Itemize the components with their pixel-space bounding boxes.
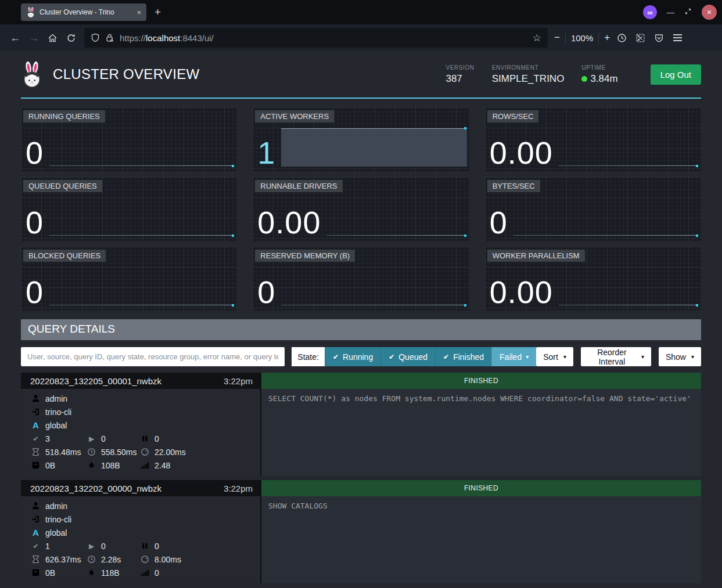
query-splits-row: ✔1 ▶0 0	[31, 539, 260, 553]
query-time: 3:22pm	[224, 376, 253, 386]
user-icon	[31, 394, 40, 403]
zoom-level[interactable]: 100%	[571, 33, 593, 43]
home-button[interactable]	[43, 28, 62, 47]
scale-icon	[31, 461, 40, 470]
logout-button[interactable]: Log Out	[651, 64, 701, 85]
header-meta: VERSION 387 ENVIRONMENT SIMPLE_TRINO UPT…	[446, 64, 701, 85]
environment-value: SIMPLE_TRINO	[492, 73, 565, 85]
screenshot-icon[interactable]	[631, 28, 649, 47]
sparkline	[49, 181, 235, 237]
divider	[598, 33, 599, 43]
new-tab-button[interactable]: +	[155, 6, 161, 19]
url-bar[interactable]: https://localhost:8443/ui/ ☆	[84, 28, 548, 48]
query-time: 3:22pm	[224, 484, 253, 493]
query-state-badge: FINISHED	[260, 480, 701, 496]
restore-button[interactable]	[684, 7, 692, 17]
sign-in-icon	[31, 407, 40, 416]
query-source-row: trino-cli	[31, 405, 260, 419]
cluster-overview-page: CLUSTER OVERVIEW VERSION 387 ENVIRONMENT…	[0, 51, 722, 583]
filter-queued-button[interactable]: ✔ Queued	[380, 347, 435, 366]
show-dropdown[interactable]: Show ▾	[659, 347, 701, 366]
reorder-interval-dropdown[interactable]: Reorder Interval ▾	[581, 347, 651, 366]
query-card-header: 20220823_132205_00001_nwbzk 3:22pm FINIS…	[21, 373, 701, 389]
query-id-bar: 20220823_132205_00001_nwbzk 3:22pm	[21, 373, 260, 389]
lock-warning-icon[interactable]	[105, 33, 114, 42]
resource-group-icon: A	[31, 420, 40, 430]
browser-toolbar: ← → https://localhost:8443/ui/ ☆ − 100% …	[0, 24, 722, 51]
close-window-button[interactable]: ×	[702, 5, 717, 20]
query-source-row: trino-cli	[31, 513, 260, 526]
stat-panel-running-queries: RUNNING QUERIES 0	[21, 107, 237, 171]
hourglass-icon	[31, 448, 40, 456]
sparkline	[326, 181, 466, 237]
uptime-value: 3.84m	[581, 73, 617, 85]
check-icon: ✔	[333, 353, 339, 361]
zoom-in-button[interactable]: +	[604, 32, 610, 44]
minimize-button[interactable]: —	[667, 8, 674, 17]
shield-icon[interactable]	[91, 33, 100, 42]
query-card: 20220823_132202_00000_nwbzk 3:22pm FINIS…	[21, 480, 701, 583]
browser-tab-bar: Cluster Overview - Trino × + ∞ — ×	[0, 0, 722, 24]
query-filter-row: State: ✔ Running ✔ Queued ✔ Finished Fai…	[21, 347, 701, 366]
filter-finished-button[interactable]: ✔ Finished	[435, 347, 491, 366]
hourglass-icon	[31, 555, 40, 564]
menu-button[interactable]	[668, 28, 687, 47]
tab-close-icon[interactable]: ×	[137, 8, 141, 17]
clock-icon	[87, 448, 96, 456]
filter-running-button[interactable]: ✔ Running	[325, 347, 380, 366]
query-sql-text: SHOW CATALOGS	[260, 496, 701, 583]
query-id-link[interactable]: 20220823_132202_00000_nwbzk	[30, 484, 161, 493]
query-memory-row: 0B 108B 2.48	[31, 459, 260, 472]
state-label: State:	[292, 347, 325, 366]
query-info-column: admin trino-cli A global ✔3 ▶0 0 518.48m…	[21, 389, 260, 476]
url-text: https://localhost:8443/ui/	[120, 33, 214, 43]
history-icon[interactable]	[612, 28, 631, 47]
uptime-meta: UPTIME 3.84m	[581, 64, 617, 85]
bookmark-star-icon[interactable]: ☆	[533, 32, 541, 44]
sparkline	[513, 181, 699, 237]
app-header: CLUSTER OVERVIEW VERSION 387 ENVIRONMENT…	[21, 51, 701, 99]
query-id-link[interactable]: 20220823_132205_00001_nwbzk	[30, 376, 161, 386]
zoom-controls: − 100% +	[554, 32, 610, 44]
stat-panel-worker-parallelism: WORKER PARALLELISM 0.00	[485, 247, 701, 311]
pocket-shield-icon[interactable]	[649, 28, 668, 47]
gauge-icon	[141, 448, 149, 456]
query-resource-group-row: A global	[31, 419, 260, 432]
query-user-row: admin	[31, 499, 260, 513]
reload-button[interactable]	[62, 28, 80, 47]
query-card-header: 20220823_132202_00000_nwbzk 3:22pm FINIS…	[21, 480, 701, 496]
chevron-down-icon: ▾	[563, 353, 566, 360]
forward-button[interactable]: →	[24, 28, 43, 47]
back-button[interactable]: ←	[6, 28, 24, 47]
check-icon: ✔	[443, 353, 449, 361]
query-search-input[interactable]	[21, 347, 285, 366]
stat-panel-runnable-drivers: RUNNABLE DRIVERS 0.00	[253, 177, 469, 241]
browser-tab[interactable]: Cluster Overview - Trino ×	[21, 3, 146, 21]
zoom-out-button[interactable]: −	[554, 32, 560, 44]
chevron-down-icon: ▾	[691, 353, 694, 360]
query-card-body: admin trino-cli A global ✔3 ▶0 0 518.48m…	[21, 389, 701, 476]
chevron-down-icon: ▾	[641, 353, 644, 360]
environment-label: ENVIRONMENT	[492, 64, 565, 71]
version-meta: VERSION 387	[446, 64, 474, 85]
gauge-icon	[141, 555, 149, 564]
pause-icon	[141, 542, 149, 550]
tab-title: Cluster Overview - Trino	[39, 8, 114, 16]
play-icon: ▶	[87, 542, 96, 550]
query-times-row: 626.37ms 2.28s 8.00ms	[31, 553, 260, 566]
version-label: VERSION	[446, 64, 474, 71]
bars-icon	[141, 461, 149, 470]
query-sql-text: SELECT COUNT(*) as nodes FROM system.run…	[260, 389, 701, 476]
flame-icon	[87, 568, 96, 577]
query-state-badge: FINISHED	[260, 373, 701, 389]
query-times-row: 518.48ms 558.50ms 22.00ms	[31, 445, 260, 459]
query-card: 20220823_132205_00001_nwbzk 3:22pm FINIS…	[21, 373, 701, 476]
stat-panel-queued-queries: QUEUED QUERIES 0	[21, 177, 237, 241]
sort-dropdown[interactable]: Sort ▾	[536, 347, 573, 366]
query-id-bar: 20220823_132202_00000_nwbzk 3:22pm	[21, 480, 260, 496]
user-icon	[31, 502, 40, 510]
sparkline	[49, 111, 235, 168]
stat-panel-bytes-sec: BYTES/SEC 0	[485, 177, 701, 241]
filter-failed-dropdown[interactable]: Failed ▾	[491, 347, 536, 366]
stat-panel-active-workers: ACTIVE WORKERS 1	[253, 107, 469, 171]
